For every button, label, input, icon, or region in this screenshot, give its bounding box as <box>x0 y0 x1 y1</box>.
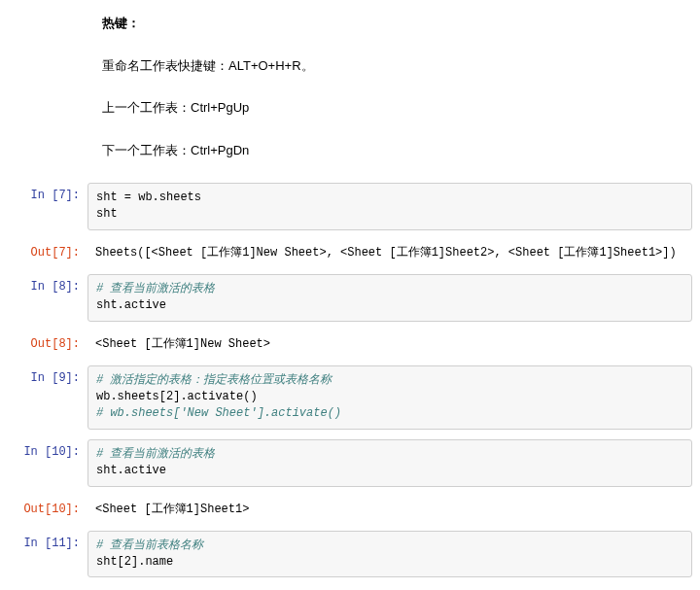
code-line: sht = wb.sheets <box>96 191 201 204</box>
code-line: sht[2].name <box>96 555 173 569</box>
markdown-block: 热键： 重命名工作表快捷键：ALT+O+H+R。 上一个工作表：Ctrl+PgU… <box>102 14 673 159</box>
in-prompt: In [9]: <box>0 365 88 385</box>
out-prompt: Out[7]: <box>0 240 88 260</box>
code-cell: In [9]: # 激活指定的表格：指定表格位置或表格名称 wb.sheets[… <box>0 365 692 430</box>
code-input[interactable]: # 激活指定的表格：指定表格位置或表格名称 wb.sheets[2].activ… <box>88 365 692 430</box>
in-prompt: In [7]: <box>0 183 88 202</box>
code-comment: # 查看当前表格名称 <box>96 538 203 552</box>
code-cell: In [10]: # 查看当前激活的表格 sht.active <box>0 439 692 487</box>
output-cell: Out[7]: Sheets([<Sheet [工作簿1]New Sheet>,… <box>0 240 692 264</box>
code-comment: # 查看当前激活的表格 <box>96 447 215 461</box>
output-cell: Out[8]: <Sheet [工作簿1]New Sheet> <box>0 331 692 356</box>
output-text: Sheets([<Sheet [工作簿1]New Sheet>, <Sheet … <box>88 240 692 264</box>
code-line: sht <box>96 207 118 221</box>
output-cell: Out[10]: <Sheet [工作簿1]Sheet1> <box>0 497 692 521</box>
code-comment: # 激活指定的表格：指定表格位置或表格名称 <box>96 373 332 387</box>
code-input[interactable]: # 查看当前激活的表格 sht.active <box>88 439 692 487</box>
code-cell: In [11]: # 查看当前表格名称 sht[2].name <box>0 531 692 578</box>
in-prompt: In [10]: <box>0 439 88 459</box>
md-line-rename: 重命名工作表快捷键：ALT+O+H+R。 <box>102 56 673 76</box>
in-prompt: In [11]: <box>0 531 88 550</box>
md-heading: 热键： <box>102 14 673 33</box>
notebook-page: 热键： 重命名工作表快捷键：ALT+O+H+R。 上一个工作表：Ctrl+PgU… <box>0 14 700 590</box>
code-line: wb.sheets[2].activate() <box>96 390 258 403</box>
code-comment: # 查看当前激活的表格 <box>96 282 215 295</box>
code-comment: # wb.sheets['New Sheet'].activate() <box>96 406 341 420</box>
code-cell: In [7]: sht = wb.sheets sht <box>0 183 692 230</box>
code-input[interactable]: # 查看当前表格名称 sht[2].name <box>88 531 692 578</box>
in-prompt: In [8]: <box>0 274 88 294</box>
code-cell: In [8]: # 查看当前激活的表格 sht.active <box>0 274 692 322</box>
output-text: <Sheet [工作簿1]Sheet1> <box>88 497 692 521</box>
md-line-prev-sheet: 上一个工作表：Ctrl+PgUp <box>102 98 673 118</box>
md-line-next-sheet: 下一个工作表：Ctrl+PgDn <box>102 141 673 160</box>
code-input[interactable]: # 查看当前激活的表格 sht.active <box>88 274 692 322</box>
code-line: sht.active <box>96 298 166 312</box>
code-line: sht.active <box>96 464 166 477</box>
output-text: <Sheet [工作簿1]New Sheet> <box>88 331 692 356</box>
out-prompt: Out[8]: <box>0 331 88 351</box>
out-prompt: Out[10]: <box>0 497 88 516</box>
code-input[interactable]: sht = wb.sheets sht <box>88 183 692 230</box>
